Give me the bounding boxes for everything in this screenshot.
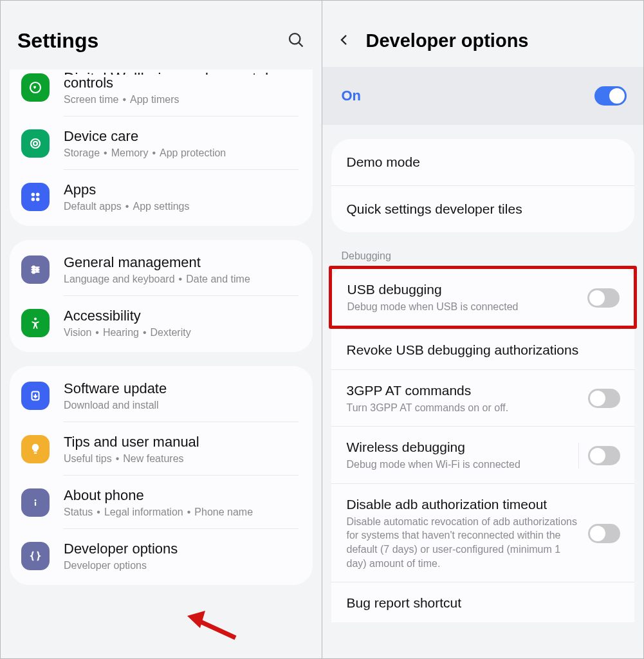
row-digital-wellbeing[interactable]: Digital Wellbeing and parental controls … <box>10 70 313 116</box>
svg-point-0 <box>290 33 300 44</box>
svg-point-7 <box>32 198 35 201</box>
row-title: Software update <box>64 380 299 397</box>
row-3gpp-at[interactable]: 3GPP AT commands Turn 3GPP AT commands o… <box>331 370 635 427</box>
row-apps[interactable]: Apps Default apps•App settings <box>10 170 313 223</box>
row-revoke-authorizations[interactable]: Revoke USB debugging authorizations <box>331 330 635 370</box>
svg-point-12 <box>32 266 35 269</box>
developer-title: Developer options <box>366 30 529 51</box>
svg-point-5 <box>32 193 35 197</box>
row-title: Device care <box>64 128 299 145</box>
row-usb-debugging[interactable]: USB debugging Debug mode when USB is con… <box>332 269 634 326</box>
row-title: Accessibility <box>64 308 299 324</box>
arrow-annotation <box>187 611 239 642</box>
info-icon <box>21 488 50 517</box>
settings-group-1: Digital Wellbeing and parental controls … <box>10 70 313 226</box>
row-general-management[interactable]: General management Language and keyboard… <box>10 243 313 296</box>
sliders-icon <box>21 255 50 284</box>
row-subtitle: Status•Legal information•Phone name <box>64 506 299 518</box>
settings-header: Settings <box>1 1 322 70</box>
svg-point-13 <box>36 268 39 271</box>
dev-group-debugging: USB debugging Debug mode when USB is con… <box>331 265 635 622</box>
row-title: Disable adb authorization timeout <box>347 497 580 512</box>
svg-line-22 <box>196 620 235 638</box>
wireless-debugging-toggle[interactable] <box>588 446 620 465</box>
row-tips[interactable]: Tips and user manual Useful tips•New fea… <box>10 422 313 476</box>
row-title: Developer options <box>64 541 299 557</box>
settings-panel: Settings Digital Wellbeing and parental … <box>1 1 322 658</box>
row-title: Bug report shortcut <box>347 595 621 611</box>
developer-header: Developer options <box>322 1 644 67</box>
row-title: Apps <box>64 181 299 198</box>
svg-point-14 <box>32 271 35 274</box>
svg-point-8 <box>36 198 39 201</box>
row-developer-options[interactable]: Developer options Developer options <box>10 529 313 582</box>
row-subtitle: Debug mode when Wi-Fi is connected <box>347 458 570 472</box>
row-subtitle: Storage•Memory•App protection <box>64 147 299 159</box>
row-subtitle: Developer options <box>64 560 299 571</box>
row-bug-report-shortcut[interactable]: Bug report shortcut <box>331 582 635 622</box>
svg-point-15 <box>34 318 37 320</box>
accessibility-icon <box>21 309 50 337</box>
row-subtitle: Screen time•App timers <box>64 94 299 106</box>
row-about-phone[interactable]: About phone Status•Legal information•Pho… <box>10 476 313 529</box>
row-subtitle: Debug mode when USB is connected <box>347 300 579 314</box>
settings-title: Settings <box>17 29 98 53</box>
search-icon[interactable] <box>287 31 305 51</box>
braces-icon <box>21 542 50 570</box>
developer-options-panel: Developer options On Demo mode Quick set… <box>322 1 644 658</box>
row-disable-adb-timeout[interactable]: Disable adb authorization timeout Disabl… <box>331 484 635 582</box>
row-title: Wireless debugging <box>347 440 570 455</box>
svg-line-1 <box>299 42 302 46</box>
svg-point-20 <box>35 499 37 501</box>
row-subtitle: Download and install <box>64 400 299 411</box>
apps-grid-icon <box>21 183 50 211</box>
row-title: Revoke USB debugging authorizations <box>347 342 621 358</box>
row-subtitle: Disable automatic revocation of adb auth… <box>347 515 580 570</box>
highlight-usb-debugging: USB debugging Debug mode when USB is con… <box>329 266 638 329</box>
software-update-icon <box>21 382 50 410</box>
row-title: controls <box>64 75 299 91</box>
usb-debugging-toggle[interactable] <box>587 288 620 308</box>
svg-rect-21 <box>35 502 36 506</box>
row-accessibility[interactable]: Accessibility Vision•Hearing•Dexterity <box>10 296 313 349</box>
settings-group-3: Software update Download and install Tip… <box>10 366 313 585</box>
row-subtitle: Vision•Hearing•Dexterity <box>64 327 299 339</box>
row-subtitle: Language and keyboard•Date and time <box>64 274 299 285</box>
svg-point-4 <box>33 142 37 145</box>
row-wireless-debugging[interactable]: Wireless debugging Debug mode when Wi-Fi… <box>331 427 635 484</box>
master-toggle[interactable] <box>594 86 627 106</box>
row-title: General management <box>64 254 299 271</box>
3gpp-at-toggle[interactable] <box>588 389 620 408</box>
svg-marker-23 <box>187 611 205 628</box>
back-icon[interactable] <box>336 32 352 50</box>
row-demo-mode[interactable]: Demo mode <box>331 139 635 186</box>
tips-icon <box>21 435 50 463</box>
settings-group-2: General management Language and keyboard… <box>10 240 313 352</box>
row-subtitle: Default apps•App settings <box>64 201 299 212</box>
device-care-icon <box>21 129 50 158</box>
dev-group-demo: Demo mode Quick settings developer tiles <box>331 139 635 232</box>
svg-point-3 <box>31 139 40 148</box>
heart-icon <box>21 73 50 102</box>
row-software-update[interactable]: Software update Download and install <box>10 369 313 422</box>
row-device-care[interactable]: Device care Storage•Memory•App protectio… <box>10 116 313 170</box>
developer-master-toggle-row[interactable]: On <box>322 67 644 125</box>
row-title: About phone <box>64 487 299 504</box>
row-subtitle: Useful tips•New features <box>64 453 299 465</box>
disable-adb-timeout-toggle[interactable] <box>588 524 620 543</box>
row-title: 3GPP AT commands <box>347 383 580 398</box>
section-label-debugging: Debugging <box>322 232 644 265</box>
row-title: Tips and user manual <box>64 434 299 450</box>
row-title: USB debugging <box>347 282 579 297</box>
on-label: On <box>342 88 362 104</box>
row-subtitle: Turn 3GPP AT commands on or off. <box>347 401 580 415</box>
row-quick-settings-tiles[interactable]: Quick settings developer tiles <box>331 186 635 232</box>
svg-rect-17 <box>34 452 37 454</box>
svg-point-6 <box>36 193 39 197</box>
